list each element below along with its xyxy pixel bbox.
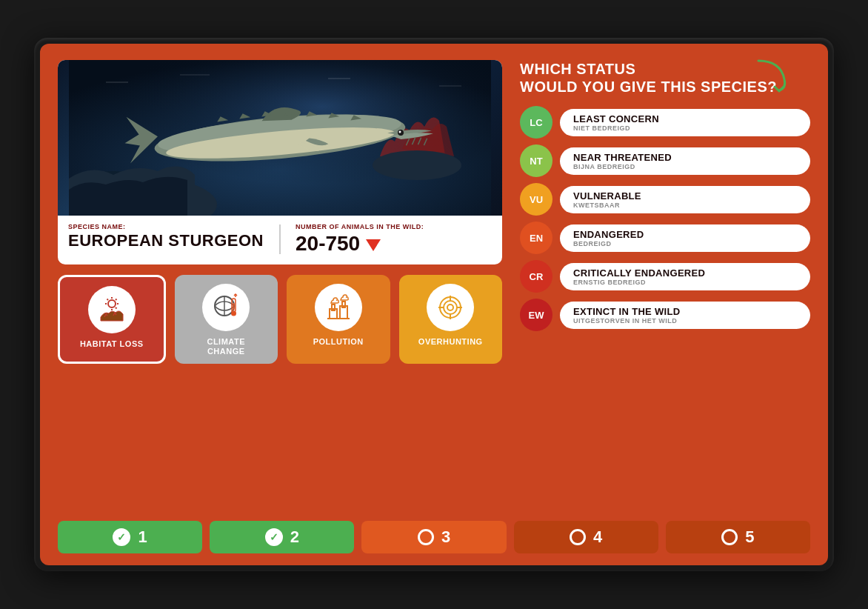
nav-btn-1[interactable]: ✓ 1 <box>58 521 202 553</box>
status-label-ew: EXTINCT IN THE WILD UITGESTORVEN IN HET … <box>560 302 810 329</box>
nav-btn-3[interactable]: 3 <box>361 521 506 553</box>
svg-point-30 <box>231 311 236 316</box>
status-badge-lc: LC <box>520 106 552 139</box>
status-options: LC LEAST CONCERN NIET BEDREIGD NT NEAR T… <box>520 106 810 331</box>
nav-label-3: 3 <box>441 528 450 547</box>
fish-illustration <box>69 60 491 216</box>
screen: SPECIES NAME: EUROPEAN STURGEON NUMBER O… <box>40 44 828 565</box>
monitor: SPECIES NAME: EUROPEAN STURGEON NUMBER O… <box>34 38 834 571</box>
status-badge-cr: CR <box>520 260 552 293</box>
threat-tiles: HABITAT LOSS <box>58 275 502 364</box>
status-option-vu[interactable]: VU VULNERABLE KWETSBAAR <box>520 183 810 216</box>
overhunting-icon <box>435 293 465 322</box>
status-label-lc: LEAST CONCERN NIET BEDREIGD <box>560 109 810 136</box>
svg-point-38 <box>444 301 457 314</box>
status-option-cr[interactable]: CR CRITICALLY ENDANGERED ERNSTIG BEDREIG… <box>520 260 810 293</box>
species-info: SPECIES NAME: EUROPEAN STURGEON NUMBER O… <box>58 216 502 264</box>
nav-check-1: ✓ <box>113 528 130 546</box>
nav-btn-2[interactable]: ✓ 2 <box>210 521 354 553</box>
species-name: EUROPEAN STURGEON <box>68 232 264 250</box>
overhunting-label: OVERHUNTING <box>418 337 483 347</box>
main-content: SPECIES NAME: EUROPEAN STURGEON NUMBER O… <box>58 60 810 510</box>
nav-dot-4 <box>570 529 586 545</box>
status-label-en: ENDANGERED BEDREIGD <box>560 224 810 252</box>
nav-label-4: 4 <box>593 528 602 547</box>
nav-label-1: 1 <box>138 528 147 547</box>
curved-arrow-icon <box>751 57 795 97</box>
nav-dot-3 <box>418 529 434 545</box>
population-block: NUMBER OF ANIMALS IN THE WILD: 20-750 <box>296 223 492 256</box>
svg-rect-29 <box>233 303 235 310</box>
status-badge-ew: EW <box>520 299 552 331</box>
status-label-cr: CRITICALLY ENDANGERED ERNSTIG BEDREIGD <box>560 263 810 290</box>
pollution-icon-circle <box>315 284 362 331</box>
svg-line-25 <box>116 299 117 301</box>
status-option-nt[interactable]: NT NEAR THREATENED BIJNA BEDREIGD <box>520 144 810 177</box>
threat-tile-pollution[interactable]: POLLUTION <box>287 275 390 364</box>
status-label-vu: VULNERABLE KWETSBAAR <box>560 186 810 213</box>
nav-label-5: 5 <box>745 528 754 547</box>
bottom-nav: ✓ 1 ✓ 2 3 4 5 <box>58 521 810 553</box>
status-question: WHICH STATUSWOULD YOU GIVE THIS SPECIES? <box>520 60 810 96</box>
threat-tile-climate[interactable]: CLIMATECHANGE <box>175 275 278 364</box>
climate-icon-circle <box>202 284 250 331</box>
threat-tile-overhunting[interactable]: OVERHUNTING <box>399 275 503 364</box>
down-arrow-icon <box>366 239 381 251</box>
species-card: SPECIES NAME: EUROPEAN STURGEON NUMBER O… <box>58 60 502 264</box>
svg-line-23 <box>107 299 108 301</box>
pollution-label: POLLUTION <box>313 337 364 347</box>
population-number: 20-750 <box>296 232 360 256</box>
habitat-icon <box>97 295 127 325</box>
check-mark-1: ✓ <box>117 531 126 543</box>
population-label: NUMBER OF ANIMALS IN THE WILD: <box>296 223 492 230</box>
check-mark-2: ✓ <box>270 531 278 543</box>
svg-point-39 <box>447 304 453 310</box>
nav-label-2: 2 <box>290 528 299 547</box>
habitat-icon-circle <box>88 286 136 333</box>
threat-tile-habitat[interactable]: HABITAT LOSS <box>58 275 166 364</box>
habitat-label: HABITAT LOSS <box>80 339 144 349</box>
species-label: SPECIES NAME: <box>68 223 264 230</box>
nav-btn-5[interactable]: 5 <box>666 521 810 553</box>
right-panel: WHICH STATUSWOULD YOU GIVE THIS SPECIES?… <box>520 60 810 510</box>
nav-dot-5 <box>721 529 738 545</box>
status-label-nt: NEAR THREATENED BIJNA BEDREIGD <box>560 147 810 175</box>
status-option-lc[interactable]: LC LEAST CONCERN NIET BEDREIGD <box>520 106 810 139</box>
status-badge-vu: VU <box>520 183 552 216</box>
population-value: 20-750 <box>296 232 492 256</box>
climate-label: CLIMATECHANGE <box>207 337 245 356</box>
status-option-en[interactable]: EN ENDANGERED BEDREIGD <box>520 222 810 254</box>
nav-check-2: ✓ <box>265 528 283 546</box>
species-image <box>58 60 502 216</box>
species-divider <box>279 224 281 254</box>
left-panel: SPECIES NAME: EUROPEAN STURGEON NUMBER O… <box>58 60 502 510</box>
nav-btn-4[interactable]: 4 <box>514 521 658 553</box>
svg-point-18 <box>108 300 116 307</box>
overhunting-icon-circle <box>427 284 474 331</box>
status-badge-nt: NT <box>520 144 552 177</box>
climate-icon <box>211 293 241 322</box>
species-name-block: SPECIES NAME: EUROPEAN STURGEON <box>68 223 264 250</box>
status-badge-en: EN <box>520 222 552 254</box>
status-option-ew[interactable]: EW EXTINCT IN THE WILD UITGESTORVEN IN H… <box>520 299 810 331</box>
svg-point-4 <box>373 150 461 180</box>
svg-line-24 <box>116 307 117 309</box>
pollution-icon <box>324 293 353 322</box>
